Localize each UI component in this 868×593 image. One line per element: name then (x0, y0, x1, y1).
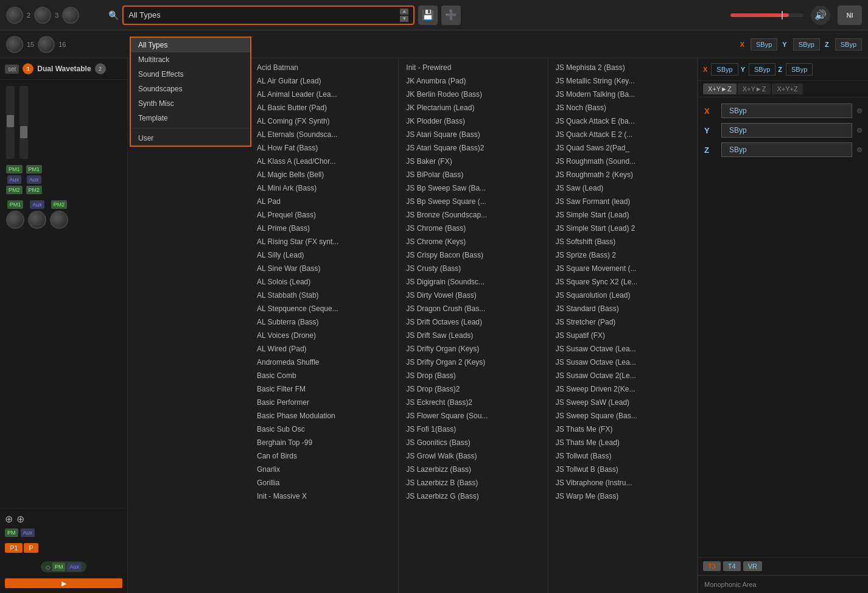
preset-item[interactable]: JS Thats Me (FX) (548, 423, 697, 436)
preset-item[interactable]: JS BiPolar (Bass) (399, 168, 547, 181)
preset-item[interactable]: JS Modern Talking (Ba... (548, 88, 697, 101)
preset-item[interactable]: AL How Fat (Bass) (250, 141, 398, 155)
preset-item[interactable]: AL Silly (Lead) (250, 248, 398, 262)
vert-slider-2[interactable] (19, 86, 28, 159)
sbyp-box-x[interactable]: SByp (721, 104, 852, 118)
preset-item[interactable]: JS Drop (Bass) (399, 369, 547, 382)
preset-item[interactable]: JS Softshift (Bass) (548, 235, 697, 248)
preset-item[interactable]: JK Plodder (Bass) (399, 114, 547, 128)
preset-item[interactable]: JS Atari Square (Bass)2 (399, 141, 547, 155)
preset-item[interactable]: Basic Phase Modulation (250, 409, 398, 423)
save-button[interactable]: 💾 (418, 5, 438, 25)
preset-item[interactable]: JS Lazerbizz G (Bass) (399, 489, 547, 503)
preset-item[interactable]: JS Tollwut (Bass) (548, 449, 697, 463)
mod-knob-aux[interactable] (28, 211, 46, 229)
arrow-up-btn[interactable]: ▲ (400, 9, 408, 15)
sbyp-box-y[interactable]: SByp (721, 123, 852, 138)
preset-item[interactable]: AL Voices (Drone) (250, 329, 398, 342)
preset-item[interactable]: Berghain Top -99 (250, 436, 398, 449)
arrow-down-btn[interactable]: ▼ (400, 16, 408, 22)
preset-item[interactable]: JS Stretcher (Pad) (548, 315, 697, 329)
preset-item[interactable]: JK Berlin Rodeo (Bass) (399, 88, 547, 101)
preset-item[interactable]: AL Mini Ark (Bass) (250, 181, 398, 195)
sbyp-label-x[interactable]: SByp (751, 38, 777, 51)
dropdown-item-synth-misc[interactable]: Synth Misc (131, 96, 250, 111)
knob-1[interactable] (6, 7, 23, 24)
preset-item[interactable]: JS Goonitics (Bass) (399, 436, 547, 449)
preset-item[interactable]: JS Eckrecht (Bass)2 (399, 396, 547, 409)
preset-item[interactable]: AL Wired (Pad) (250, 342, 398, 356)
preset-item[interactable]: JS Supatif (FX) (548, 329, 697, 342)
preset-item[interactable]: Basic Performer (250, 396, 398, 409)
preset-item[interactable]: JS Thats Me (Lead) (548, 436, 697, 449)
preset-item[interactable]: AL Sine War (Bass) (250, 262, 398, 275)
preset-item[interactable]: JS Susaw Octave (Lea... (548, 342, 697, 356)
preset-item[interactable]: AL Prime (Bass) (250, 222, 398, 235)
dropdown-item-multitrack[interactable]: Multitrack (131, 52, 250, 67)
sbyp-right-z[interactable]: SByp (786, 63, 813, 75)
preset-item[interactable]: AL Eternals (Soundsca... (250, 128, 398, 141)
preset-item[interactable]: JS Digigrain (Soundsc... (399, 275, 547, 289)
preset-item[interactable]: JS Bp Sweep Saw (Ba... (399, 181, 547, 195)
preset-item[interactable]: AL Rising Star (FX synt... (250, 235, 398, 248)
preset-item[interactable]: JS Atari Square (Bass) (399, 128, 547, 141)
mod-knob-pm2[interactable] (50, 211, 68, 229)
preset-item[interactable]: JS Fofi 1(Bass) (399, 423, 547, 436)
preset-item[interactable]: AL Air Guitar (Lead) (250, 74, 398, 88)
preset-item[interactable]: JS Tollwut B (Bass) (548, 463, 697, 476)
preset-item[interactable]: JS Drift Octaves (Lead) (399, 315, 547, 329)
preset-item[interactable]: JS Mephista 2 (Bass) (548, 61, 697, 74)
sbyp-right-x[interactable]: SByp (711, 63, 738, 75)
preset-item[interactable]: Init - Prewired (399, 61, 547, 74)
preset-item[interactable]: JK Anumbra (Pad) (399, 74, 547, 88)
preset-item[interactable]: JS Simple Start (Lead) (548, 208, 697, 222)
preset-item[interactable]: JS Chrome (Bass) (399, 222, 547, 235)
preset-item[interactable]: Init - Massive X (250, 489, 398, 503)
tab-xyz-2[interactable]: X+Y►Z (738, 83, 771, 94)
set-circle-1[interactable]: 1 (23, 63, 33, 74)
category-dropdown[interactable]: All Types Multitrack Sound Effects Sound… (130, 37, 251, 147)
preset-item[interactable]: JS Sweep Driven 2(Ke... (548, 382, 697, 396)
preset-item[interactable]: JS Square Sync X2 (Le... (548, 275, 697, 289)
dropdown-item-sound-effects[interactable]: Sound Effects (131, 67, 250, 82)
preset-item[interactable]: JS Crusty (Bass) (399, 262, 547, 275)
preset-item[interactable]: JS Lazerbizz B (Bass) (399, 476, 547, 489)
t3-tab[interactable]: T3 (703, 561, 721, 571)
preset-item[interactable]: JS Chrome (Keys) (399, 235, 547, 248)
search-input-box[interactable]: All Types ▲ ▼ (122, 5, 415, 25)
sbyp-right-y[interactable]: SByp (749, 63, 775, 75)
preset-item[interactable]: AL Klass A (Lead/Chor... (250, 155, 398, 168)
knob-ch-left[interactable] (6, 36, 23, 53)
knob-ch-right[interactable] (38, 36, 55, 53)
preset-item[interactable]: JS Flower Square (Sou... (399, 409, 547, 423)
timeline-tab-p[interactable]: P (24, 543, 38, 553)
preset-item[interactable]: AL Stepquence (Seque... (250, 302, 398, 315)
preset-item[interactable]: JS Vibraphone (Instru... (548, 476, 697, 489)
preset-item[interactable]: Gorillia (250, 476, 398, 489)
preset-item[interactable]: JS Susaw Octave (Lea... (548, 356, 697, 369)
preset-item[interactable]: JS Quad Saws 2(Pad_ (548, 141, 697, 155)
preset-item[interactable]: JS Sweep Square (Bas... (548, 409, 697, 423)
mod-knob-pm1[interactable] (6, 211, 24, 229)
preset-item[interactable]: AL Pad (250, 195, 398, 208)
vert-slider-1[interactable] (6, 86, 15, 159)
preset-item[interactable]: AL Stabbath (Stab) (250, 289, 398, 302)
preset-item[interactable]: JS Sprize (Bass) 2 (548, 248, 697, 262)
preset-item[interactable]: Can of Birds (250, 449, 398, 463)
preset-item[interactable]: Acid Batman (250, 61, 398, 74)
preset-item[interactable]: Basic Sub Osc (250, 423, 398, 436)
preset-item[interactable]: JS Roughmath (Sound... (548, 155, 697, 168)
preset-item[interactable]: JS Drifty Organ 2 (Keys) (399, 356, 547, 369)
preset-item[interactable]: JS Saw Formant (lead) (548, 195, 697, 208)
preset-item[interactable]: JS Quack Attack E (ba... (548, 114, 697, 128)
t4-tab[interactable]: T4 (723, 561, 741, 571)
preset-item[interactable]: JS Roughmath 2 (Keys) (548, 168, 697, 181)
preset-item[interactable]: AL Subterra (Bass) (250, 315, 398, 329)
preset-item[interactable]: AL Magic Bells (Bell) (250, 168, 398, 181)
preset-item[interactable]: JS Noch (Bass) (548, 101, 697, 114)
preset-item[interactable]: JS Saw (Lead) (548, 181, 697, 195)
preset-item[interactable]: AL Animal Leader (Lea... (250, 88, 398, 101)
timeline-tab-p1[interactable]: P1 (5, 543, 23, 553)
preset-item[interactable]: JS Dragon Crush (Bas... (399, 302, 547, 315)
preset-item[interactable]: JS Drop (Bass)2 (399, 382, 547, 396)
